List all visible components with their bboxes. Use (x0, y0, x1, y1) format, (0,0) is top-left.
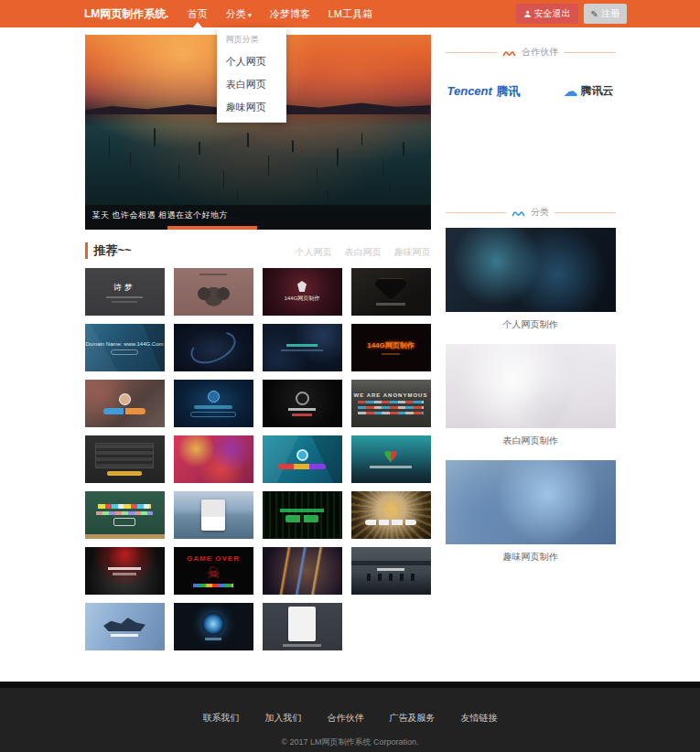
nav-item-blog[interactable]: 冷梦博客 (261, 0, 319, 27)
thumb-blue-orb[interactable] (174, 603, 253, 650)
footer-link-partners[interactable]: 合作伙伴 (328, 712, 364, 725)
navbar-actions: 安全退出 ✎ 注册 (516, 4, 700, 24)
sidebar: 合作伙伴 Tencent 腾讯 ☁ 腾讯云 分类 个人网页制作表白网页制作趣味网… (446, 35, 616, 650)
thumb-144g-red[interactable]: 144G网页制作 (263, 268, 342, 316)
carousel-progress-indicator[interactable] (167, 226, 257, 230)
thumb-division-city[interactable] (351, 547, 431, 595)
pole-decoration (130, 152, 132, 167)
thumb-grunge-profile[interactable] (85, 380, 165, 427)
pole-decoration (361, 133, 363, 145)
thumb-decor (96, 511, 153, 515)
thumb-hacker-red[interactable] (85, 547, 165, 595)
categories-section-header: 分类 (446, 206, 616, 219)
category-image[interactable] (446, 460, 616, 544)
main-content: 某天 也许会相遇 相遇在这个好地方 推荐~~ 个人网页 表白网页 趣味网页 诗梦… (85, 35, 616, 650)
tab-fun[interactable]: 趣味网页 (394, 246, 431, 259)
thumb-rank-table[interactable] (85, 435, 165, 483)
footer-link-contact[interactable]: 联系我们 (203, 712, 240, 725)
thumb-gameover[interactable]: GAME OVER☠ (174, 547, 253, 595)
thumb-anime-collage[interactable] (174, 435, 253, 483)
thumb-decor (288, 408, 316, 411)
thumb-decor (365, 520, 416, 525)
register-label: 注册 (601, 7, 619, 20)
nav-categories-label: 分类 (226, 8, 246, 19)
thumb-tech-login[interactable] (174, 380, 253, 427)
dropdown-item-fun[interactable]: 趣味网页 (217, 96, 286, 119)
thumb-galaxy-spiral[interactable] (174, 324, 253, 371)
nav-item-toolbox[interactable]: LM工具箱 (319, 0, 382, 27)
category-image[interactable] (446, 344, 616, 428)
nav-item-home[interactable]: 首页 (178, 0, 217, 27)
pole-decoration (109, 136, 111, 158)
thumb-heart-landing[interactable] (351, 435, 431, 483)
thumb-decor (201, 500, 225, 531)
pencil-icon: ✎ (591, 9, 598, 19)
thumb-decor (208, 391, 220, 403)
thumb-monkey[interactable] (174, 268, 253, 316)
tab-personal[interactable]: 个人网页 (296, 246, 332, 259)
thumb-sky-island[interactable] (85, 603, 165, 650)
thumb-decor (297, 281, 307, 292)
footer-link-ads[interactable]: 广告及服务 (390, 712, 436, 725)
thumb-text: WE ARE ANONYMOUS (354, 392, 428, 398)
tab-confession[interactable]: 表白网页 (345, 246, 382, 259)
footer-links: 联系我们 加入我们 合作伙伴 广告及服务 友情链接 (0, 712, 700, 725)
thumb-pier-player[interactable] (174, 491, 253, 539)
thumb-decor (382, 353, 400, 355)
nav-toolbox-label: LM工具箱 (328, 8, 372, 19)
thumb-matrix[interactable] (263, 491, 342, 539)
footer: 联系我们 加入我们 合作伙伴 广告及服务 友情链接 © 2017 LM网页制作系… (0, 682, 700, 752)
thumb-decor (351, 561, 431, 565)
footer-link-join[interactable]: 加入我们 (265, 712, 302, 725)
sidebar-category-card: 个人网页制作 (446, 228, 616, 333)
thumb-decor (376, 303, 405, 306)
thumb-decor (106, 296, 143, 298)
thumb-decor (296, 449, 308, 461)
thumb-profile-card[interactable] (263, 603, 342, 650)
thumb-starfield[interactable] (263, 324, 342, 371)
sidebar-category-card: 表白网页制作 (446, 344, 616, 449)
footer-link-friends[interactable]: 友情链接 (461, 712, 498, 725)
thumb-domain-poly[interactable]: Domain Name: www.144G.Com (85, 324, 165, 371)
tencent-cloud-logo[interactable]: ☁ 腾讯云 (564, 83, 614, 99)
thumb-gold-burst[interactable] (351, 491, 431, 539)
thumb-decor (385, 506, 396, 517)
thumb-text: 144G网页制作 (285, 295, 320, 303)
thumb-decor (367, 574, 415, 581)
thumb-nebula-comets[interactable] (263, 547, 342, 595)
thumb-decor (113, 518, 135, 526)
nav-item-categories[interactable]: 分类▾ 网页分类 个人网页 表白网页 趣味网页 (217, 0, 261, 27)
dropdown-header: 网页分类 (217, 31, 286, 50)
register-button[interactable]: ✎ 注册 (584, 4, 627, 24)
pole-decoration (317, 167, 318, 182)
pole-decoration (382, 159, 384, 176)
thumb-chalkboard[interactable] (85, 491, 165, 539)
thumb-decor (285, 515, 318, 522)
logout-button[interactable]: 安全退出 (516, 4, 578, 24)
categories-title: 分类 (531, 206, 549, 219)
tencent-logo[interactable]: Tencent 腾讯 (447, 82, 521, 100)
active-tab-caret (193, 22, 202, 27)
divider-line (446, 52, 498, 53)
thumb-decor (358, 412, 424, 414)
recommend-header: 推荐~~ 个人网页 表白网页 趣味网页 (85, 242, 431, 259)
partners-section-header: 合作伙伴 (446, 46, 616, 59)
thumb-shimeng[interactable]: 诗梦 (85, 268, 165, 316)
hero-caption: 某天 也许会相遇 相遇在这个好地方 (85, 205, 431, 226)
pole-decoration (154, 128, 156, 146)
dropdown-item-personal[interactable]: 个人网页 (217, 50, 286, 73)
category-image[interactable] (446, 228, 616, 312)
thumb-flame-text[interactable]: 144G网页制作 (351, 324, 431, 371)
thumb-anonymous[interactable]: WE ARE ANONYMOUS (351, 380, 431, 427)
pole-decoration (237, 190, 239, 201)
top-navbar: LM网页制作系统. 首页 分类▾ 网页分类 个人网页 表白网页 趣味网页 冷梦博… (0, 0, 700, 27)
thumb-teal-geometric[interactable] (263, 435, 342, 483)
pole-decoration (389, 183, 391, 192)
partners-title: 合作伙伴 (522, 46, 558, 59)
dropdown-item-confession[interactable]: 表白网页 (217, 73, 286, 96)
divider-line (446, 212, 507, 213)
pole-decoration (247, 133, 249, 147)
brand-logo[interactable]: LM网页制作系统. (84, 6, 169, 22)
thumb-dark-homepage[interactable] (263, 380, 342, 427)
thumb-superman[interactable] (351, 268, 431, 316)
